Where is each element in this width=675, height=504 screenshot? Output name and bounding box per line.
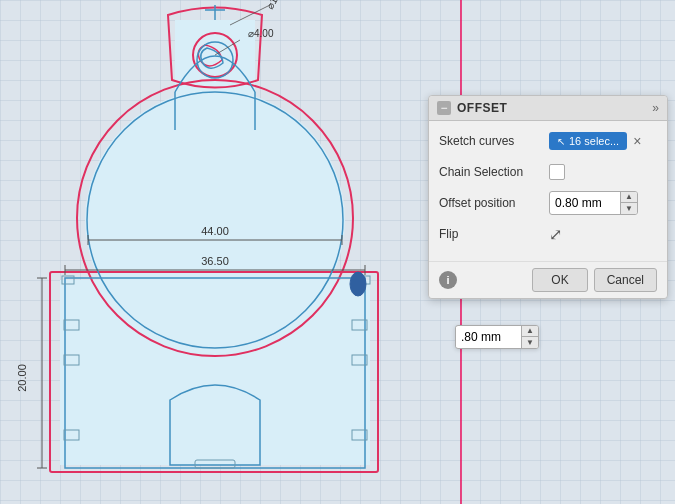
chain-selection-checkbox[interactable] [549,164,565,180]
bottom-spinner-down[interactable]: ▼ [522,337,538,348]
collapse-icon[interactable] [437,101,451,115]
flip-label: Flip [439,227,549,241]
svg-text:⌀4.00: ⌀4.00 [248,28,274,39]
selection-count: 16 selec... [569,135,619,147]
svg-point-23 [350,272,366,296]
bottom-offset-input-wrap: ▲ ▼ [455,325,539,349]
chain-selection-value [549,164,657,180]
panel-header: OFFSET » [429,96,667,121]
sketch-drawing: 36.50 20.00 44.00 ⌀4.00 ⌀10.00 [0,0,420,504]
flip-icon[interactable]: ⤢ [549,225,562,244]
offset-panel: OFFSET » Sketch curves ↖ 16 selec... × C… [428,95,668,299]
chain-selection-label: Chain Selection [439,165,549,179]
offset-position-label: Offset position [439,196,549,210]
sketch-curves-label: Sketch curves [439,134,549,148]
bottom-offset-input[interactable] [456,327,521,347]
offset-input-wrap: ▲ ▼ [549,191,638,215]
panel-title: OFFSET [457,101,507,115]
info-icon[interactable]: i [439,271,457,289]
cursor-icon: ↖ [557,136,565,147]
svg-text:36.50: 36.50 [201,255,229,267]
svg-text:44.00: 44.00 [201,225,229,237]
svg-text:20.00: 20.00 [16,364,28,392]
selection-button[interactable]: ↖ 16 selec... [549,132,627,150]
offset-spinner: ▲ ▼ [620,192,637,214]
footer-buttons: OK Cancel [532,268,657,292]
offset-position-value: ▲ ▼ [549,191,657,215]
ok-button[interactable]: OK [532,268,587,292]
panel-footer: i OK Cancel [429,261,667,298]
offset-input[interactable] [550,194,620,212]
spinner-down[interactable]: ▼ [621,203,637,214]
panel-body: Sketch curves ↖ 16 selec... × Chain Sele… [429,121,667,261]
bottom-spinner-up[interactable]: ▲ [522,326,538,337]
chain-selection-row: Chain Selection [439,160,657,184]
svg-text:⌀10.00: ⌀10.00 [264,0,289,11]
cancel-button[interactable]: Cancel [594,268,657,292]
offset-position-row: Offset position ▲ ▼ [439,191,657,215]
spinner-up[interactable]: ▲ [621,192,637,203]
sketch-curves-value: ↖ 16 selec... × [549,132,657,150]
bottom-spinner: ▲ ▼ [521,326,538,348]
panel-header-left: OFFSET [437,101,507,115]
sketch-curves-row: Sketch curves ↖ 16 selec... × [439,129,657,153]
flip-row: Flip ⤢ [439,222,657,246]
panel-expand-icon[interactable]: » [652,101,659,115]
clear-selection-button[interactable]: × [631,133,643,149]
flip-value: ⤢ [549,225,657,244]
